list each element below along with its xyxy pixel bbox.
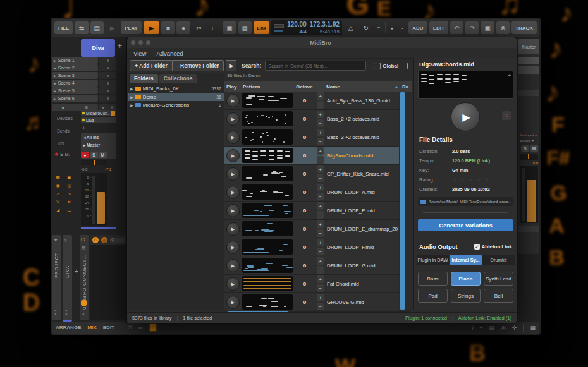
scene-row[interactable]: ▶Scene 1 [52, 57, 98, 64]
record-button[interactable]: ● [176, 21, 190, 34]
octave-up-button[interactable]: + [317, 184, 324, 191]
drag-midi-icon[interactable]: ≡ [502, 111, 511, 120]
all-ins-selector[interactable]: ◃ All ins [83, 135, 99, 140]
octave-down-button[interactable]: − [317, 211, 324, 219]
scatter-icon[interactable]: ⤬ [128, 324, 132, 331]
octave-up-button[interactable]: + [317, 239, 324, 246]
ableton-link-checkbox[interactable]: ✓ Ableton Link [474, 244, 512, 250]
zoom-preview-icon[interactable]: ⌖ [508, 72, 511, 79]
scene-play-icon[interactable]: ▶ [54, 59, 56, 63]
master-pan-slider[interactable] [520, 154, 538, 160]
stop-button[interactable]: ■ [161, 21, 175, 34]
output-mode-drumkit[interactable]: Drumkit [482, 255, 515, 265]
table-row[interactable]: ▶0+−DRUM_LOOP_F.mid [224, 238, 399, 256]
octave-up-button[interactable]: + [317, 202, 324, 210]
solo-mini-icon[interactable]: S [60, 152, 63, 157]
add-folder-button[interactable]: + Add Folder [130, 60, 173, 71]
transport-display[interactable]: 120.004/4 172.3.1.925:43.115 [271, 20, 342, 35]
clip-slot[interactable] [99, 80, 116, 87]
level-meter[interactable]: 0 -6 -12 -18 -24 -36 -∞ - [81, 173, 107, 226]
pattern-preview[interactable]: ⌖ [418, 71, 513, 99]
tab-midibro-connect[interactable]: ⏻ ▤ MIDIBRO CONNECT... ● [80, 235, 89, 320]
scene-play-icon[interactable]: ▶ [54, 81, 56, 85]
loop-icon[interactable]: ↻ [359, 21, 372, 34]
metronome-icon[interactable]: △ [344, 21, 357, 34]
mixer-icon[interactable]: ◉ [54, 183, 61, 188]
scene-play-icon[interactable]: ▶ [54, 74, 56, 78]
scene-play-icon[interactable]: ▶ [54, 66, 56, 70]
keyboard-icon[interactable]: ▦ [530, 325, 536, 331]
table-row[interactable]: ▶0+−Bass_2 +2 octaves.mid [224, 110, 399, 128]
scene-row[interactable]: ▶Scene 2 [52, 64, 98, 71]
chain-link-icon[interactable]: ∞ [138, 325, 142, 331]
octave-down-button[interactable]: − [317, 101, 324, 109]
record-options-icon[interactable]: ◎ [501, 325, 506, 331]
mixer-icon[interactable]: ◢ [54, 207, 61, 213]
row-play-button[interactable]: ▶ [226, 167, 240, 181]
new-file-icon[interactable]: ▤ [90, 21, 104, 34]
global-checkbox[interactable]: Global [374, 63, 398, 69]
col-rating[interactable]: Ra [402, 84, 408, 90]
notes-icon[interactable]: ▤ [489, 325, 495, 331]
table-row[interactable]: ▶0+−DRUM_LOOP_E.mid [224, 202, 399, 220]
groove-icon[interactable] [274, 30, 283, 32]
octave-up-button[interactable]: + [317, 275, 324, 283]
fade-curve-icon[interactable]: ~ [375, 21, 384, 34]
instrument-synth-lead[interactable]: Synth Lead [484, 272, 513, 286]
table-row[interactable]: ▶0+−CP_Drifter_Kick_Snare.mid [224, 165, 399, 183]
octave-down-button[interactable]: − [317, 229, 324, 237]
view-tab-arrange[interactable]: ARRANGE [56, 325, 81, 330]
scene-row[interactable]: ▶Scene 6 [52, 95, 98, 102]
folder-tree-item[interactable]: ▶MIDI_Packs_6K5337 [128, 85, 224, 93]
track-menu-button[interactable]: TRACK [511, 21, 537, 34]
generate-variations-button[interactable]: Generate Variations [418, 219, 513, 231]
io-label[interactable]: I/O [58, 141, 64, 146]
tempo-tap-icon[interactable] [274, 24, 284, 28]
play-menu-button[interactable]: PLAY [121, 21, 142, 34]
add-track-button[interactable]: + [118, 42, 122, 51]
master-strip-title[interactable]: Master [518, 39, 539, 54]
mixer-icon[interactable]: ↗ [54, 191, 61, 196]
clip-slot[interactable] [99, 87, 116, 94]
stamp-icon[interactable]: ♩ [207, 21, 221, 34]
octave-up-button[interactable]: + [317, 294, 324, 301]
row-play-button[interactable]: ▶ [226, 241, 240, 254]
master-mode-selector[interactable]: Studio ▾ [518, 138, 539, 143]
redo-button[interactable]: ↷ [465, 21, 479, 34]
v-scrollbar-thumb[interactable] [400, 92, 405, 310]
v-scrollbar-track[interactable] [400, 92, 405, 310]
table-row[interactable]: ▶0+−DRUM_LOOP_G.mid [224, 256, 399, 275]
col-play[interactable]: Play [224, 84, 243, 90]
row-play-button[interactable]: ▶ [226, 186, 240, 199]
output-mode-internal-sy-[interactable]: Internal Sy... [450, 255, 482, 265]
tab-folders[interactable]: Folders [130, 74, 158, 83]
search-icon[interactable]: ⌖ [479, 324, 482, 331]
octave-down-button[interactable]: − [317, 266, 324, 274]
clip-slot[interactable] [99, 57, 116, 64]
clip-slot[interactable] [99, 72, 116, 79]
row-play-button[interactable]: ▶ [226, 94, 240, 107]
record-arm-button[interactable]: ● [81, 152, 89, 158]
add-panel-button[interactable]: + [75, 268, 78, 275]
info-icon[interactable]: i [472, 325, 473, 331]
table-row[interactable]: ▶0+−Fat Chord.mid [224, 275, 399, 293]
instrument-piano[interactable]: Piano [451, 272, 481, 286]
mixer-icon[interactable]: ◎ [66, 183, 73, 188]
row-play-button[interactable]: ▶ [226, 204, 240, 217]
position-display[interactable]: 172.3.1.925:43.115 [310, 21, 340, 35]
table-row[interactable]: ▶0+−Acid_Syn_Bass_130_G.mid [224, 92, 399, 110]
tab-diva[interactable]: ♯ DIVA ●● [63, 235, 72, 322]
device-chain-item[interactable]: Diva [81, 117, 116, 123]
clip-icon[interactable]: ▪ [398, 21, 407, 34]
move-icon[interactable]: ⇆ [75, 21, 88, 34]
master-mute-button[interactable]: M [530, 145, 538, 152]
sends-label[interactable]: Sends [57, 129, 70, 133]
octave-down-button[interactable]: − [317, 248, 324, 255]
add-device-button[interactable]: + [82, 125, 85, 131]
view-tab-mix[interactable]: MIX [87, 325, 96, 330]
mixer-icon[interactable]: ⤬ [54, 199, 61, 205]
scene-row[interactable]: ▶Scene 5 [52, 87, 98, 94]
mixer-icon[interactable]: ✕ [66, 199, 73, 205]
automation-icon[interactable]: ✂ [192, 21, 205, 34]
clip-slot[interactable] [99, 95, 116, 102]
